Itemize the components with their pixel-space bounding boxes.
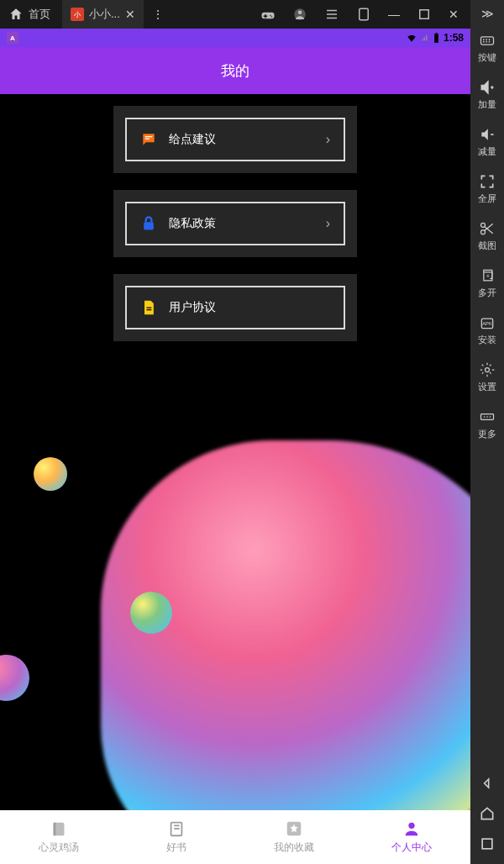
nav-item-label: 心灵鸡汤 xyxy=(39,840,79,855)
svg-rect-2 xyxy=(360,8,369,20)
window-controls: — ✕ xyxy=(249,7,470,22)
sidebar-label: 更多 xyxy=(478,428,496,440)
back-icon[interactable] xyxy=(479,775,496,792)
sidebar-item-more[interactable]: 更多 xyxy=(478,408,496,440)
recent-icon[interactable] xyxy=(479,835,496,852)
sidebar-label: 截图 xyxy=(478,240,496,252)
nav-item-label: 个人中心 xyxy=(391,840,432,855)
tab-home-label: 首页 xyxy=(29,7,50,22)
blob-deco-small xyxy=(34,457,67,491)
minimize-icon[interactable]: — xyxy=(388,8,400,21)
svg-point-32 xyxy=(484,416,486,418)
blob-deco-small xyxy=(130,592,172,634)
apk-icon: APK xyxy=(479,314,496,331)
sidebar-item-settings[interactable]: 设置 xyxy=(478,361,496,393)
star-icon xyxy=(285,819,303,838)
book-icon xyxy=(167,819,186,838)
menu-item-label: 给点建议 xyxy=(169,132,216,147)
sidebar-label: 减量 xyxy=(478,145,496,158)
sidebar-item-volume-down[interactable]: 减量 xyxy=(478,126,496,158)
sidebar-label: 按键 xyxy=(478,51,496,64)
svg-point-17 xyxy=(489,39,491,40)
menu-item-label: 用户协议 xyxy=(169,300,216,315)
nav-item-label: 我的收藏 xyxy=(274,840,314,855)
sidebar-label: 加量 xyxy=(478,98,496,111)
svg-rect-5 xyxy=(435,33,437,34)
menu-item-feedback[interactable]: 给点建议 › xyxy=(113,106,357,173)
status-time: 1:58 xyxy=(444,32,464,44)
svg-point-34 xyxy=(490,416,491,418)
content-area: 给点建议 › 隐私政策 › 用户协议 xyxy=(0,94,470,810)
tab-app-label: 小小... xyxy=(89,7,120,22)
sidebar-item-install[interactable]: APK 安装 xyxy=(478,314,496,346)
sidebar-item-fullscreen[interactable]: 全屏 xyxy=(478,173,496,205)
emulator-sidebar: ≫ 按键 加量 减量 全屏 截图 + 多开 APK 安装 设置 更多 xyxy=(470,0,504,864)
user-icon xyxy=(402,819,421,838)
lock-icon xyxy=(140,215,157,232)
svg-rect-3 xyxy=(420,10,429,19)
more-icon xyxy=(479,408,496,425)
sidebar-item-keyboard[interactable]: 按键 xyxy=(478,32,496,64)
gear-icon xyxy=(479,361,496,378)
nav-item-soup[interactable]: 心灵鸡汤 xyxy=(0,810,118,864)
svg-text:+: + xyxy=(486,272,491,280)
book-icon xyxy=(50,819,68,838)
android-home-icon[interactable] xyxy=(479,805,496,822)
scissors-icon xyxy=(479,220,496,237)
signal-icon xyxy=(421,32,429,44)
svg-rect-8 xyxy=(54,823,56,836)
keyboard-icon xyxy=(479,32,496,49)
device-icon[interactable] xyxy=(356,7,371,22)
volume-up-icon xyxy=(479,79,496,96)
nav-item-profile[interactable]: 个人中心 xyxy=(353,810,470,864)
svg-point-13 xyxy=(408,823,414,829)
sidebar-item-volume-up[interactable]: 加量 xyxy=(478,79,496,111)
svg-point-16 xyxy=(486,39,487,40)
nav-item-favorites[interactable]: 我的收藏 xyxy=(235,810,353,864)
svg-point-33 xyxy=(486,416,488,418)
close-tab-icon[interactable]: ✕ xyxy=(125,8,135,21)
chevron-right-icon: › xyxy=(326,132,330,147)
tab-home[interactable]: 首页 xyxy=(0,0,62,29)
android-status-bar: A 1:58 xyxy=(0,29,470,47)
svg-point-19 xyxy=(486,41,487,43)
kebab-icon[interactable]: ⋮ xyxy=(152,8,164,21)
collapse-icon[interactable]: ≫ xyxy=(481,7,494,20)
sidebar-item-multi[interactable]: + 多开 xyxy=(478,267,496,299)
user-icon[interactable] xyxy=(292,7,307,22)
doc-icon xyxy=(140,299,157,316)
sidebar-label: 安装 xyxy=(478,334,496,346)
multi-icon: + xyxy=(479,267,496,284)
volume-down-icon xyxy=(479,126,496,143)
sidebar-label: 全屏 xyxy=(478,192,496,205)
svg-point-20 xyxy=(489,41,491,43)
svg-point-1 xyxy=(298,11,302,15)
menu-item-agreement[interactable]: 用户协议 xyxy=(113,274,357,341)
status-app-icon: A xyxy=(7,32,18,44)
blob-deco-small xyxy=(0,655,29,701)
svg-rect-4 xyxy=(434,34,438,43)
battery-icon xyxy=(433,32,440,44)
maximize-icon[interactable] xyxy=(417,7,432,22)
menu-item-privacy[interactable]: 隐私政策 › xyxy=(113,190,357,257)
svg-point-15 xyxy=(483,39,485,40)
sidebar-label: 设置 xyxy=(478,381,496,393)
emulator-titlebar: 首页 小 小小... ✕ ⋮ — ✕ xyxy=(0,0,470,29)
nav-item-books[interactable]: 好书 xyxy=(118,810,235,864)
menu-item-label: 隐私政策 xyxy=(169,216,216,231)
chat-icon xyxy=(140,131,157,148)
wifi-icon xyxy=(406,32,417,44)
app-header: 我的 xyxy=(0,47,470,94)
svg-rect-14 xyxy=(481,37,494,45)
close-icon[interactable]: ✕ xyxy=(449,8,459,21)
svg-rect-35 xyxy=(482,839,492,849)
sidebar-label: 多开 xyxy=(478,287,496,299)
home-icon xyxy=(8,7,24,22)
svg-text:APK: APK xyxy=(482,321,492,326)
sidebar-item-screenshot[interactable]: 截图 xyxy=(478,220,496,252)
hamburger-icon[interactable] xyxy=(324,7,339,22)
tab-app[interactable]: 小 小小... ✕ xyxy=(62,0,144,29)
gamepad-icon[interactable] xyxy=(260,7,276,22)
bottom-nav: 心灵鸡汤 好书 我的收藏 个人中心 xyxy=(0,810,470,864)
svg-rect-6 xyxy=(144,222,154,229)
